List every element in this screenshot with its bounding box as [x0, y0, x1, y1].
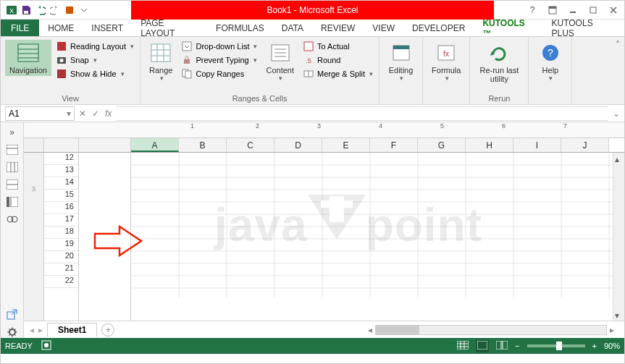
minimize-icon[interactable] [563, 2, 582, 18]
row-header[interactable]: 16 [44, 202, 78, 214]
merge-split-button[interactable]: Merge & Split▾ [301, 67, 374, 80]
gear-icon[interactable] [5, 326, 20, 338]
range-label: Range [149, 66, 172, 75]
col-header-c[interactable]: C [227, 138, 274, 152]
maximize-icon[interactable] [584, 2, 603, 18]
row-header[interactable]: 22 [44, 276, 78, 288]
chevron-right-icon[interactable]: » [5, 127, 20, 138]
content-button[interactable]: Content ▾ [261, 40, 298, 83]
navigation-button[interactable]: Navigation [5, 40, 51, 76]
col-header-e[interactable]: E [322, 138, 370, 152]
cells-grid[interactable] [131, 153, 613, 321]
svg-rect-12 [57, 42, 66, 51]
add-sheet-button[interactable]: + [101, 323, 114, 337]
row-header[interactable]: 15 [44, 190, 78, 202]
external-link-icon[interactable] [5, 309, 20, 321]
svg-rect-15 [57, 69, 66, 78]
hscroll-right-icon[interactable]: ▸ [610, 325, 614, 335]
zoom-slider[interactable] [527, 344, 585, 347]
prevent-typing-button[interactable]: Prevent Typing▾ [180, 54, 259, 67]
tab-scroll-next-icon[interactable]: ▸ [38, 325, 43, 335]
ribbon-display-icon[interactable] [543, 2, 562, 18]
save-icon[interactable] [20, 4, 33, 17]
enter-formula-icon[interactable]: ✓ [92, 109, 99, 119]
redo-icon[interactable] [49, 4, 62, 17]
zoom-value[interactable]: 90% [604, 342, 620, 350]
round-button[interactable]: .5Round [301, 54, 374, 67]
range-button[interactable]: Range ▾ [145, 40, 177, 83]
tab-data[interactable]: DATA [273, 20, 312, 36]
tab-scroll-prev-icon[interactable]: ◂ [30, 325, 34, 335]
scroll-down-icon[interactable]: ▾ [615, 310, 624, 319]
tab-insert[interactable]: INSERT [83, 20, 132, 36]
tab-pagelayout[interactable]: PAGE LAYOUT [132, 20, 207, 36]
view-normal-icon[interactable] [457, 341, 469, 351]
qat-custom-icon[interactable] [63, 4, 76, 17]
fx-icon[interactable]: fx [105, 109, 112, 119]
view-page-icon[interactable] [476, 339, 489, 352]
qat-dropdown-icon[interactable] [77, 4, 91, 17]
row-header[interactable]: 14 [44, 177, 78, 190]
tab-review[interactable]: REVIEW [312, 20, 364, 36]
select-all-corner[interactable] [44, 138, 79, 152]
expand-fbar-icon[interactable]: ⌄ [613, 109, 620, 119]
panel-columns-icon[interactable] [5, 161, 20, 173]
binoculars-icon[interactable] [5, 213, 20, 225]
row-header[interactable]: 12 [44, 153, 78, 165]
row-header[interactable]: 18 [44, 227, 78, 239]
col-header-b[interactable]: B [179, 138, 227, 152]
row-header[interactable]: 13 [44, 165, 78, 177]
col-header-g[interactable]: G [418, 138, 466, 152]
tab-kutools[interactable]: KUTOOLS ™ [474, 20, 542, 36]
undo-icon[interactable] [34, 4, 47, 17]
cancel-formula-icon[interactable]: ✕ [79, 109, 86, 119]
showhide-button[interactable]: Show & Hide▾ [54, 67, 135, 80]
horizontal-scrollbar[interactable] [375, 325, 607, 335]
snap-button[interactable]: Snap▾ [54, 54, 135, 67]
reading-layout-button[interactable]: Reading Layout▾ [54, 40, 135, 53]
col-header-d[interactable]: D [274, 138, 322, 152]
panel-autotext-icon[interactable] [5, 179, 20, 190]
collapse-ribbon-icon[interactable]: ˄ [616, 40, 620, 50]
to-actual-button[interactable]: To Actual [301, 40, 374, 53]
col-header-j[interactable]: J [561, 138, 609, 152]
rerun-button[interactable]: Re-run last utility [474, 40, 524, 85]
tab-kutoolsplus[interactable]: KUTOOLS PLUS [543, 20, 625, 36]
help-button[interactable]: ?Help▾ [534, 40, 566, 83]
col-header-a[interactable]: A [131, 138, 179, 152]
panel-list-icon[interactable] [5, 196, 20, 208]
panel-workbook-icon[interactable] [5, 144, 20, 156]
vertical-scrollbar[interactable]: ▴ ▾ [613, 153, 624, 321]
tab-developer[interactable]: DEVELOPER [403, 20, 474, 36]
scrollbar-thumb[interactable] [376, 326, 419, 334]
zoom-thumb[interactable] [556, 342, 562, 350]
col-header-i[interactable]: I [513, 138, 561, 152]
macro-record-icon[interactable] [41, 340, 51, 352]
col-header-h[interactable]: H [466, 138, 513, 152]
chevron-down-icon[interactable]: ▾ [67, 109, 71, 119]
help-label: Help [542, 66, 559, 75]
sheet-tab[interactable]: Sheet1 [47, 323, 97, 337]
row-header[interactable]: 17 [44, 214, 78, 227]
formula-input[interactable] [116, 106, 608, 121]
dropdown-list-button[interactable]: Drop-down List▾ [180, 40, 259, 53]
tab-view[interactable]: VIEW [364, 20, 403, 36]
row-header[interactable]: 19 [44, 239, 78, 251]
view-break-icon[interactable] [496, 341, 508, 351]
help-icon[interactable]: ? [523, 2, 542, 18]
col-header-f[interactable]: F [370, 138, 418, 152]
row-header[interactable]: 21 [44, 263, 78, 276]
tab-formulas[interactable]: FORMULAS [207, 20, 273, 36]
hscroll-left-icon[interactable]: ◂ [368, 325, 372, 335]
formula-button[interactable]: fxFormula▾ [427, 40, 465, 83]
editing-button[interactable]: Editing▾ [385, 40, 418, 83]
row-header[interactable]: 20 [44, 251, 78, 263]
name-box[interactable]: A1▾ [5, 106, 75, 121]
tab-home[interactable]: HOME [39, 20, 83, 36]
tab-file[interactable]: FILE [1, 20, 39, 36]
copy-ranges-button[interactable]: Copy Ranges [180, 67, 259, 80]
scroll-up-icon[interactable]: ▴ [615, 154, 624, 163]
close-icon[interactable] [604, 2, 623, 18]
zoom-in-icon[interactable]: + [592, 342, 597, 350]
zoom-out-icon[interactable]: − [515, 342, 519, 350]
